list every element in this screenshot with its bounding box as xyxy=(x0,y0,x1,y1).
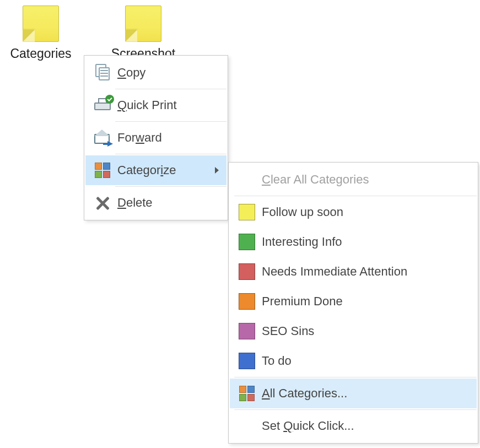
menu-separator xyxy=(115,154,226,154)
category-color-swatch xyxy=(239,323,255,339)
menu-label: Categorize xyxy=(115,163,205,177)
menu-item-category-seo-sins[interactable]: SEO Sins xyxy=(230,316,477,346)
context-menu: Copy Quick Print Forward xyxy=(84,55,228,220)
delete-icon xyxy=(95,196,110,210)
copy-icon xyxy=(94,64,111,82)
forward-icon xyxy=(93,131,112,145)
printer-icon xyxy=(93,97,112,114)
menu-item-set-quick-click[interactable]: Set Quick Click... xyxy=(230,411,477,441)
category-color-swatch xyxy=(239,263,255,280)
menu-item-delete[interactable]: Delete xyxy=(85,188,226,218)
menu-label: Forward xyxy=(115,131,219,145)
menu-label: Copy xyxy=(115,66,219,80)
menu-item-categorize[interactable]: Categorize xyxy=(85,155,226,185)
categorize-icon xyxy=(95,163,110,178)
category-color-swatch xyxy=(239,234,255,250)
menu-label: Clear All Categories xyxy=(260,172,469,187)
menu-label: Set Quick Click... xyxy=(260,419,469,433)
sticky-note-icon xyxy=(124,4,163,43)
menu-label: Quick Print xyxy=(115,98,219,112)
sticky-note-icon xyxy=(21,4,60,43)
menu-label: SEO Sins xyxy=(260,324,469,338)
menu-separator xyxy=(234,377,477,377)
menu-separator xyxy=(115,89,226,89)
category-color-swatch xyxy=(239,293,255,310)
menu-label: All Categories... xyxy=(260,386,469,401)
note-item-categories[interactable]: Categories xyxy=(2,4,79,61)
category-color-swatch xyxy=(239,204,255,220)
menu-item-copy[interactable]: Copy xyxy=(85,58,226,88)
menu-separator xyxy=(234,409,477,410)
note-label: Categories xyxy=(2,46,79,61)
menu-item-category-follow-up-soon[interactable]: Follow up soon xyxy=(230,197,477,227)
menu-item-all-categories[interactable]: All Categories... xyxy=(230,379,477,408)
categorize-submenu: Clear All Categories Follow up soon Inte… xyxy=(228,162,478,444)
menu-separator xyxy=(234,196,477,196)
menu-item-clear-all-categories: Clear All Categories xyxy=(230,165,477,195)
menu-separator xyxy=(115,186,226,187)
menu-label: Interesting Info xyxy=(260,235,469,249)
menu-label: Premium Done xyxy=(260,294,469,309)
menu-item-forward[interactable]: Forward xyxy=(85,123,226,153)
menu-item-category-interesting-info[interactable]: Interesting Info xyxy=(230,227,477,257)
menu-separator xyxy=(115,121,226,122)
menu-label: To do xyxy=(260,354,469,368)
submenu-arrow-icon xyxy=(215,167,219,174)
category-color-swatch xyxy=(239,353,255,369)
menu-label: Follow up soon xyxy=(260,205,469,219)
menu-item-category-premium-done[interactable]: Premium Done xyxy=(230,287,477,316)
note-item-screenshot[interactable]: Screenshot xyxy=(105,4,182,61)
menu-label: Needs Immediate Attention xyxy=(260,265,469,279)
menu-label: Delete xyxy=(115,196,219,210)
menu-item-category-needs-immediate-attention[interactable]: Needs Immediate Attention xyxy=(230,257,477,287)
menu-item-quick-print[interactable]: Quick Print xyxy=(85,90,226,120)
menu-item-category-to-do[interactable]: To do xyxy=(230,346,477,376)
categorize-icon xyxy=(239,386,255,401)
